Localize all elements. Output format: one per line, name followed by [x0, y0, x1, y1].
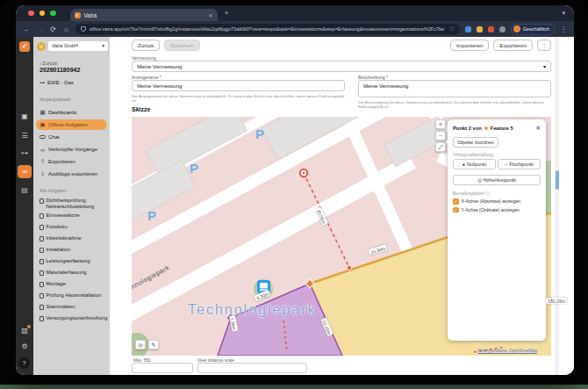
contacts-icon[interactable]: ▤ [16, 186, 33, 194]
document-icon [39, 225, 44, 230]
beschreibung-helper: Die Beschreibung für diese Vermessung is… [358, 100, 551, 110]
task-item[interactable]: Inbetriebnahme [39, 235, 108, 241]
extension-icon[interactable] [465, 26, 471, 32]
workflow-icon[interactable]: ⊶ [16, 149, 33, 157]
url-text: office.vaira.app/o/c7be7mnm97rdro8tg2g/i… [90, 26, 445, 32]
minimize-window-button[interactable] [39, 11, 46, 17]
zoom-out-button[interactable]: − [435, 131, 446, 140]
nullpunkt-label: Nullpunkt [467, 162, 486, 167]
site-security-icon[interactable] [81, 26, 86, 32]
processes-active-icon[interactable]: ∞ [18, 165, 32, 178]
back-button[interactable]: Zurück [132, 40, 160, 51]
task-item[interactable]: Versorgungsunterbrechung [39, 315, 108, 321]
forward-icon[interactable]: → [36, 25, 44, 33]
checkbox-checked-icon[interactable]: ✓ [453, 198, 459, 205]
task-label: Prüfung Hausinstallation [47, 292, 102, 299]
workflow-row[interactable]: ⊶ EWE - Gas [39, 79, 74, 85]
reload-icon[interactable]: ⟳ [49, 25, 57, 33]
extension-icon[interactable] [499, 26, 506, 32]
save-button[interactable]: Speichern [164, 40, 200, 51]
scrollbar-thumb[interactable] [556, 170, 559, 190]
task-item[interactable]: Montage [39, 281, 108, 287]
document-icon [39, 236, 44, 241]
close-icon[interactable]: ✕ [536, 125, 541, 132]
sidebar-item-dashboards[interactable]: ▦ Dashboards [36, 107, 107, 118]
fullscreen-button[interactable]: ⤢ [435, 142, 446, 152]
section-alle-aufgaben: Alle Aufgaben [39, 188, 67, 193]
browser-menu-icon[interactable]: ⋮ [560, 25, 567, 33]
case-id: 202601180942 [39, 67, 80, 73]
task-item[interactable]: Dichtheitsprüfung Netzanschlussleitung [39, 198, 108, 209]
task-label: Installation [47, 247, 71, 253]
close-window-button[interactable] [28, 11, 34, 17]
task-item[interactable]: Einmessskizze [39, 213, 108, 219]
open-tasks-icon: ▣ [39, 121, 46, 128]
tab-close-icon[interactable]: ✕ [208, 12, 212, 18]
map-attribution-link[interactable]: Hintergrundkarte, OpenStreetMap [477, 349, 537, 353]
sidebar-item-offene-aufgaben[interactable]: ▣ Offene Aufgaben [36, 119, 107, 130]
hoehenfestpunkt-label: Höhenfestpunkt [484, 177, 516, 183]
tasks-list-icon[interactable]: ☰ [16, 132, 33, 140]
skizze-heading: Skizze [132, 106, 150, 112]
y-axis-checkbox-row[interactable]: ✓ Y-Achse (Ordinate) anzeigen [453, 207, 541, 213]
y-axis-label: Y-Achse (Ordinate) anzeigen [462, 207, 520, 213]
tab-search-chevron-icon[interactable]: ▾ [562, 10, 565, 17]
extension-icon[interactable] [477, 26, 483, 32]
zoom-in-button[interactable]: + [435, 119, 446, 129]
hoehenfestpunkt-button[interactable]: ◎Höhenfestpunkt [453, 175, 541, 185]
checkbox-checked-icon[interactable]: ✓ [453, 207, 459, 213]
beschreibung-textarea[interactable]: Meine Vermessung [358, 80, 551, 97]
more-options-button[interactable]: ⋮ [537, 40, 551, 51]
sidebar-item-chat[interactable]: Chat [36, 132, 107, 142]
task-item[interactable]: Stammdaten [39, 304, 108, 310]
modules-icon[interactable]: ▣ [16, 112, 33, 120]
anzeigename-input[interactable] [132, 80, 345, 91]
page-scrollbar[interactable] [555, 37, 559, 375]
scale-input[interactable] [197, 363, 307, 373]
vaira-logo-icon[interactable]: ✓ [19, 41, 30, 52]
task-item[interactable]: Prüfung Hausinstallation [39, 292, 108, 299]
sidebar-item-label: Chat [48, 134, 60, 140]
draw-pencil-button[interactable]: ✎ [148, 340, 159, 349]
task-item[interactable]: Installation [39, 247, 108, 253]
lines-heading-label: Bemaßungslinien [453, 191, 484, 196]
assign-objects-button[interactable]: Objekte zuordnen [453, 137, 498, 148]
map-edit-controls: ◎ ✎ [135, 340, 159, 349]
sidebar-item-label: Auditlogs exportieren [48, 171, 97, 176]
export-button[interactable]: Exportieren [493, 40, 533, 51]
svg-text:P: P [147, 208, 156, 223]
x-axis-label: X-Achse (Abszisse) anzeigen [462, 198, 521, 204]
help-icon[interactable]: ? [18, 357, 30, 369]
back-icon[interactable]: ← [23, 25, 31, 33]
max-input[interactable] [132, 363, 193, 373]
releases-icon[interactable]: ▨ [16, 327, 33, 335]
sketch-map[interactable]: P P P [132, 117, 551, 356]
vermessung-select[interactable]: Meine Vermessung ▾ [132, 61, 551, 72]
import-button[interactable]: Importieren [450, 40, 489, 51]
gps-locate-button[interactable]: ◎ [135, 340, 146, 349]
fluchtpunkt-label: Fluchtpunkt [509, 162, 533, 167]
task-item[interactable]: Materialerfassung [39, 270, 108, 276]
sidebar-item-exportieren[interactable]: ⇧ Exportieren [36, 156, 107, 167]
new-tab-button[interactable]: + [225, 9, 229, 18]
nullpunkt-button[interactable]: ●Nullpunkt [453, 159, 496, 169]
settings-gear-icon[interactable]: ⚙ [16, 342, 33, 350]
address-bar[interactable]: office.vaira.app/o/c7be7mnm97rdro8tg2g/i… [75, 24, 460, 34]
task-item[interactable]: Fotodoku [39, 224, 108, 230]
browser-profile-chip[interactable]: Geschäftlich [511, 24, 555, 35]
fluchtpunkt-button[interactable]: ○Fluchtpunkt [498, 159, 541, 169]
task-item[interactable]: Leistungserfassung [39, 258, 108, 264]
task-label: Einmessskizze [47, 213, 80, 219]
sidebar-back-link[interactable]: ‹ Zurück [39, 61, 57, 66]
extension-icon[interactable] [488, 26, 494, 32]
browser-toolbar: ← → ⟳ ⌂ office.vaira.app/o/c7be7mnm97rdr… [16, 21, 574, 37]
info-icon[interactable]: ⓘ [486, 191, 491, 196]
home-icon[interactable]: ⌂ [62, 25, 70, 33]
org-select[interactable]: Vaira GmbH ▾ [48, 41, 108, 51]
browser-tab[interactable]: ✓ Vaira ✕ [70, 9, 218, 21]
sidebar-item-verknuepfte-vorgaenge[interactable]: ∞ Verknüpfte Vorgänge [36, 144, 107, 155]
x-axis-checkbox-row[interactable]: ✓ X-Achse (Abszisse) anzeigen [453, 198, 541, 205]
sidebar-item-auditlogs[interactable]: ⇩ Auditlogs exportieren [36, 169, 107, 179]
maximize-window-button[interactable] [50, 11, 56, 17]
bookmark-star-icon[interactable]: ☆ [448, 25, 454, 32]
